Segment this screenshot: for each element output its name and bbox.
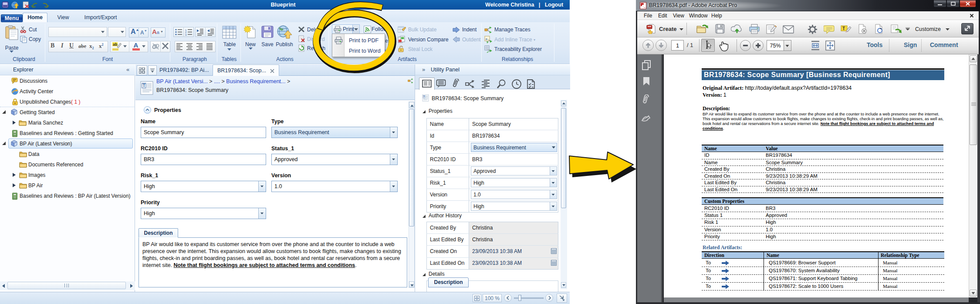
svg-text:T: T — [842, 26, 845, 31]
svg-text:T: T — [423, 95, 425, 98]
svg-text:a: a — [486, 37, 488, 41]
svg-text:3: 3 — [185, 34, 187, 36]
svg-text:T: T — [143, 83, 145, 88]
svg-text:ab: ab — [113, 42, 118, 47]
